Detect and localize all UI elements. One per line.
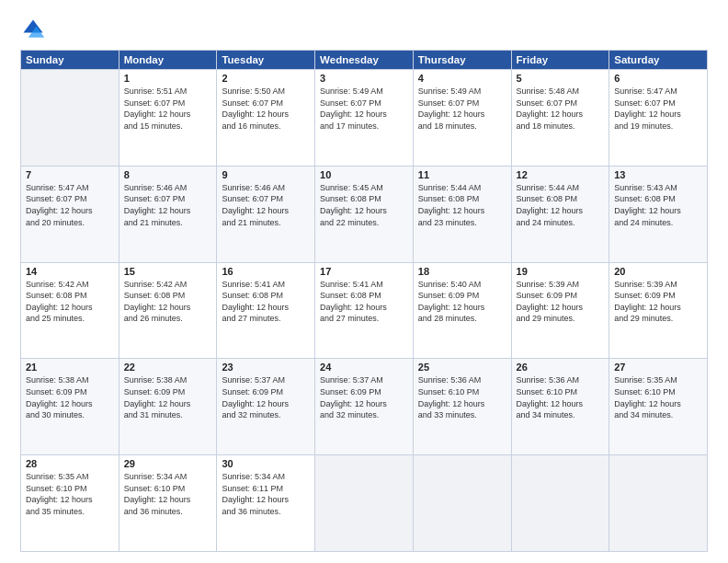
day-info: Sunrise: 5:36 AM Sunset: 6:10 PM Dayligh… bbox=[418, 374, 506, 420]
calendar-day-cell: 1Sunrise: 5:51 AM Sunset: 6:07 PM Daylig… bbox=[119, 70, 217, 167]
calendar-header-row: SundayMondayTuesdayWednesdayThursdayFrid… bbox=[21, 51, 708, 70]
calendar-day-cell: 22Sunrise: 5:38 AM Sunset: 6:09 PM Dayli… bbox=[119, 359, 217, 455]
calendar-day-cell: 16Sunrise: 5:41 AM Sunset: 6:08 PM Dayli… bbox=[217, 262, 315, 359]
day-info: Sunrise: 5:35 AM Sunset: 6:10 PM Dayligh… bbox=[614, 374, 702, 420]
calendar-day-cell: 29Sunrise: 5:34 AM Sunset: 6:10 PM Dayli… bbox=[119, 455, 217, 552]
calendar-week-row: 14Sunrise: 5:42 AM Sunset: 6:08 PM Dayli… bbox=[21, 262, 708, 359]
calendar-day-cell: 18Sunrise: 5:40 AM Sunset: 6:09 PM Dayli… bbox=[413, 262, 511, 359]
logo-icon bbox=[20, 17, 46, 42]
calendar-day-cell: 12Sunrise: 5:44 AM Sunset: 6:08 PM Dayli… bbox=[511, 166, 609, 262]
day-info: Sunrise: 5:48 AM Sunset: 6:07 PM Dayligh… bbox=[517, 86, 605, 132]
day-info: Sunrise: 5:43 AM Sunset: 6:08 PM Dayligh… bbox=[614, 182, 702, 228]
calendar-day-cell: 11Sunrise: 5:44 AM Sunset: 6:08 PM Dayli… bbox=[413, 166, 511, 262]
day-info: Sunrise: 5:41 AM Sunset: 6:08 PM Dayligh… bbox=[320, 279, 408, 325]
day-number: 22 bbox=[124, 362, 212, 373]
calendar-weekday-header: Sunday bbox=[21, 51, 119, 70]
calendar-week-row: 7Sunrise: 5:47 AM Sunset: 6:07 PM Daylig… bbox=[21, 166, 708, 262]
day-number: 10 bbox=[320, 169, 408, 180]
day-info: Sunrise: 5:35 AM Sunset: 6:10 PM Dayligh… bbox=[26, 471, 114, 517]
day-number: 16 bbox=[222, 266, 310, 277]
calendar-day-cell bbox=[21, 70, 119, 167]
calendar-week-row: 1Sunrise: 5:51 AM Sunset: 6:07 PM Daylig… bbox=[21, 70, 708, 167]
calendar-weekday-header: Wednesday bbox=[315, 51, 414, 70]
day-number: 25 bbox=[418, 362, 506, 373]
day-number: 14 bbox=[26, 266, 114, 277]
day-info: Sunrise: 5:42 AM Sunset: 6:08 PM Dayligh… bbox=[124, 279, 212, 325]
day-number: 15 bbox=[124, 266, 212, 277]
calendar-weekday-header: Tuesday bbox=[217, 51, 315, 70]
day-info: Sunrise: 5:44 AM Sunset: 6:08 PM Dayligh… bbox=[517, 182, 605, 228]
day-number: 26 bbox=[517, 362, 605, 373]
page: SundayMondayTuesdayWednesdayThursdayFrid… bbox=[0, 0, 728, 563]
day-number: 29 bbox=[124, 458, 212, 469]
day-number: 7 bbox=[26, 169, 114, 180]
calendar-day-cell: 7Sunrise: 5:47 AM Sunset: 6:07 PM Daylig… bbox=[21, 166, 119, 262]
day-number: 20 bbox=[614, 266, 702, 277]
calendar-day-cell: 21Sunrise: 5:38 AM Sunset: 6:09 PM Dayli… bbox=[21, 359, 119, 455]
day-number: 30 bbox=[222, 458, 310, 469]
day-info: Sunrise: 5:51 AM Sunset: 6:07 PM Dayligh… bbox=[124, 86, 212, 132]
calendar-day-cell bbox=[609, 455, 708, 552]
day-info: Sunrise: 5:34 AM Sunset: 6:11 PM Dayligh… bbox=[222, 471, 310, 517]
day-info: Sunrise: 5:39 AM Sunset: 6:09 PM Dayligh… bbox=[517, 279, 605, 325]
day-info: Sunrise: 5:36 AM Sunset: 6:10 PM Dayligh… bbox=[517, 374, 605, 420]
calendar-day-cell bbox=[413, 455, 511, 552]
calendar-day-cell: 10Sunrise: 5:45 AM Sunset: 6:08 PM Dayli… bbox=[315, 166, 414, 262]
day-number: 4 bbox=[418, 73, 506, 84]
calendar-weekday-header: Monday bbox=[119, 51, 217, 70]
calendar-day-cell: 5Sunrise: 5:48 AM Sunset: 6:07 PM Daylig… bbox=[511, 70, 609, 167]
calendar-day-cell: 20Sunrise: 5:39 AM Sunset: 6:09 PM Dayli… bbox=[609, 262, 708, 359]
day-number: 28 bbox=[26, 458, 114, 469]
calendar-day-cell bbox=[511, 455, 609, 552]
calendar-weekday-header: Friday bbox=[511, 51, 609, 70]
day-info: Sunrise: 5:40 AM Sunset: 6:09 PM Dayligh… bbox=[418, 279, 506, 325]
day-info: Sunrise: 5:37 AM Sunset: 6:09 PM Dayligh… bbox=[320, 374, 408, 420]
calendar-day-cell: 26Sunrise: 5:36 AM Sunset: 6:10 PM Dayli… bbox=[511, 359, 609, 455]
day-number: 27 bbox=[614, 362, 702, 373]
calendar-day-cell: 4Sunrise: 5:49 AM Sunset: 6:07 PM Daylig… bbox=[413, 70, 511, 167]
calendar-day-cell: 6Sunrise: 5:47 AM Sunset: 6:07 PM Daylig… bbox=[609, 70, 708, 167]
calendar-day-cell: 8Sunrise: 5:46 AM Sunset: 6:07 PM Daylig… bbox=[119, 166, 217, 262]
day-info: Sunrise: 5:38 AM Sunset: 6:09 PM Dayligh… bbox=[124, 374, 212, 420]
day-number: 2 bbox=[222, 73, 310, 84]
calendar-weekday-header: Thursday bbox=[413, 51, 511, 70]
calendar-day-cell bbox=[315, 455, 414, 552]
day-info: Sunrise: 5:41 AM Sunset: 6:08 PM Dayligh… bbox=[222, 279, 310, 325]
day-number: 8 bbox=[124, 169, 212, 180]
day-info: Sunrise: 5:46 AM Sunset: 6:07 PM Dayligh… bbox=[222, 182, 310, 228]
day-number: 6 bbox=[614, 73, 702, 84]
day-info: Sunrise: 5:34 AM Sunset: 6:10 PM Dayligh… bbox=[124, 471, 212, 517]
day-info: Sunrise: 5:39 AM Sunset: 6:09 PM Dayligh… bbox=[614, 279, 702, 325]
calendar-day-cell: 15Sunrise: 5:42 AM Sunset: 6:08 PM Dayli… bbox=[119, 262, 217, 359]
day-number: 12 bbox=[517, 169, 605, 180]
day-number: 3 bbox=[320, 73, 408, 84]
calendar-day-cell: 28Sunrise: 5:35 AM Sunset: 6:10 PM Dayli… bbox=[21, 455, 119, 552]
calendar-table: SundayMondayTuesdayWednesdayThursdayFrid… bbox=[20, 50, 708, 552]
header bbox=[20, 17, 708, 42]
day-number: 23 bbox=[222, 362, 310, 373]
day-number: 19 bbox=[517, 266, 605, 277]
calendar-day-cell: 19Sunrise: 5:39 AM Sunset: 6:09 PM Dayli… bbox=[511, 262, 609, 359]
logo bbox=[20, 17, 50, 42]
day-info: Sunrise: 5:47 AM Sunset: 6:07 PM Dayligh… bbox=[26, 182, 114, 228]
day-info: Sunrise: 5:44 AM Sunset: 6:08 PM Dayligh… bbox=[418, 182, 506, 228]
calendar-day-cell: 14Sunrise: 5:42 AM Sunset: 6:08 PM Dayli… bbox=[21, 262, 119, 359]
day-info: Sunrise: 5:50 AM Sunset: 6:07 PM Dayligh… bbox=[222, 86, 310, 132]
day-number: 11 bbox=[418, 169, 506, 180]
calendar-day-cell: 23Sunrise: 5:37 AM Sunset: 6:09 PM Dayli… bbox=[217, 359, 315, 455]
day-number: 1 bbox=[124, 73, 212, 84]
calendar-day-cell: 3Sunrise: 5:49 AM Sunset: 6:07 PM Daylig… bbox=[315, 70, 414, 167]
day-info: Sunrise: 5:45 AM Sunset: 6:08 PM Dayligh… bbox=[320, 182, 408, 228]
calendar-day-cell: 13Sunrise: 5:43 AM Sunset: 6:08 PM Dayli… bbox=[609, 166, 708, 262]
calendar-day-cell: 17Sunrise: 5:41 AM Sunset: 6:08 PM Dayli… bbox=[315, 262, 414, 359]
day-info: Sunrise: 5:42 AM Sunset: 6:08 PM Dayligh… bbox=[26, 279, 114, 325]
day-number: 24 bbox=[320, 362, 408, 373]
day-number: 17 bbox=[320, 266, 408, 277]
calendar-day-cell: 9Sunrise: 5:46 AM Sunset: 6:07 PM Daylig… bbox=[217, 166, 315, 262]
calendar-day-cell: 27Sunrise: 5:35 AM Sunset: 6:10 PM Dayli… bbox=[609, 359, 708, 455]
calendar-day-cell: 2Sunrise: 5:50 AM Sunset: 6:07 PM Daylig… bbox=[217, 70, 315, 167]
calendar-weekday-header: Saturday bbox=[609, 51, 708, 70]
day-number: 13 bbox=[614, 169, 702, 180]
day-info: Sunrise: 5:37 AM Sunset: 6:09 PM Dayligh… bbox=[222, 374, 310, 420]
day-number: 21 bbox=[26, 362, 114, 373]
